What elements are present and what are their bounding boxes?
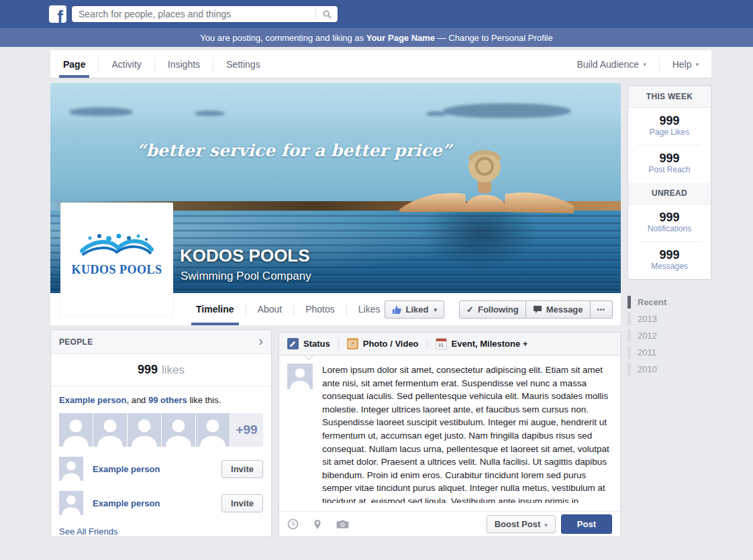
people-title: PEOPLE (59, 337, 93, 347)
thumbs-up-icon (392, 305, 402, 315)
avatar[interactable] (128, 413, 161, 447)
change-to-personal-profile-link[interactable]: Change to Personal Profile (448, 33, 552, 43)
post-reach-link[interactable]: Post Reach (628, 165, 711, 174)
camera-icon[interactable] (336, 519, 349, 529)
voice-prefix: You are posting, commenting and liking a… (200, 33, 366, 43)
following-button[interactable]: ✓ Following (459, 300, 526, 319)
avatar (287, 363, 313, 389)
liked-button[interactable]: Liked ▾ (385, 300, 445, 319)
avatar[interactable] (196, 413, 230, 447)
build-audience-menu[interactable]: Build Audience▾ (564, 50, 659, 78)
facebook-logo-icon[interactable]: f (49, 5, 66, 23)
timeline-year-nav: Recent 2013 2012 2011 2010 (628, 294, 711, 378)
admin-tab-settings[interactable]: Settings (213, 50, 273, 78)
friend-name-link[interactable]: Example person (93, 498, 160, 508)
more-likers-tile[interactable]: +99 (230, 413, 263, 447)
this-week-header: THIS WEEK (628, 86, 711, 108)
admin-tab-page[interactable]: Page (50, 50, 98, 78)
page-likes-link[interactable]: Page Likes (628, 127, 711, 137)
tab-photos[interactable]: Photos (294, 293, 346, 325)
liker-avatars: +99 (59, 413, 263, 447)
page-likes-value: 999 (628, 114, 711, 127)
check-icon: ✓ (466, 304, 474, 315)
location-icon[interactable] (313, 519, 321, 530)
avatar[interactable] (59, 491, 83, 515)
avatar[interactable] (162, 413, 195, 447)
liked-by-line: Example person, and 99 others like this. (59, 394, 263, 406)
status-tab[interactable]: Status (287, 338, 330, 349)
year-2010[interactable]: 2010 (628, 361, 711, 378)
message-icon (533, 305, 542, 314)
ellipsis-icon: ••• (597, 306, 605, 313)
message-button[interactable]: Message (526, 300, 591, 319)
post-reach-stat: 999 Post Reach (628, 146, 711, 182)
friend-name-link[interactable]: Example person (93, 464, 160, 474)
island-silhouette (195, 111, 225, 116)
year-recent[interactable]: Recent (628, 294, 711, 311)
year-2013[interactable]: 2013 (628, 311, 711, 327)
see-all-friends-link[interactable]: See All Friends (59, 526, 263, 537)
kudos-pools-logo: KUDOS POOLS (70, 233, 164, 277)
island-silhouette (443, 103, 570, 118)
weekly-stats-panel: THIS WEEK 999 Page Likes 999 Post Reach … (628, 85, 711, 280)
notifications-value: 999 (628, 211, 711, 224)
more-actions-button[interactable]: ••• (591, 300, 613, 319)
search-icon[interactable] (316, 10, 338, 19)
swimmer-reflection (423, 212, 537, 269)
voice-switch-bar: You are posting, commenting and liking a… (0, 28, 753, 47)
search-input[interactable] (72, 9, 315, 19)
chevron-right-icon[interactable]: › (258, 334, 263, 347)
page-cover-card: “better service for a better price” (50, 83, 621, 325)
help-menu[interactable]: Help▾ (660, 50, 711, 78)
notifications-link[interactable]: Notifications (628, 224, 711, 233)
liked-by-person-link[interactable]: Example person (59, 395, 126, 405)
year-2011[interactable]: 2011 (628, 344, 711, 361)
likes-count: 999 (138, 363, 158, 377)
logo-wave-icon (77, 233, 157, 258)
invite-button[interactable]: Invite (221, 494, 263, 512)
page-action-buttons: Liked ▾ ✓ Following Message ••• (385, 300, 613, 319)
profile-picture[interactable]: KUDOS POOLS (60, 203, 173, 315)
messages-value: 999 (628, 248, 711, 262)
clock-icon[interactable] (287, 518, 299, 530)
photo-video-tab[interactable]: Photo / Video (347, 338, 419, 349)
likes-count-row: 999 likes (51, 354, 271, 386)
post-reach-value: 999 (628, 152, 711, 165)
page-likes-stat: 999 Page Likes (628, 108, 711, 145)
calendar-icon: 31 (436, 338, 447, 349)
messages-stat: 999 Messages (628, 242, 711, 279)
island-silhouette (69, 107, 133, 116)
admin-tab-activity[interactable]: Activity (99, 50, 154, 78)
post-button[interactable]: Post (561, 514, 612, 534)
logo-text: KUDOS POOLS (70, 263, 164, 277)
caret-down-icon: ▾ (643, 61, 646, 68)
liked-by-others-link[interactable]: 99 others (148, 395, 187, 405)
tab-timeline[interactable]: Timeline (185, 293, 246, 325)
friend-row: Example person Invite (59, 491, 263, 515)
voice-page-name: Your Page Name (366, 33, 435, 43)
swimmer-figure (399, 137, 574, 217)
avatar[interactable] (59, 413, 93, 447)
photo-icon (347, 338, 358, 349)
avatar[interactable] (93, 413, 127, 447)
admin-tab-insights[interactable]: Insights (155, 50, 213, 78)
year-2012[interactable]: 2012 (628, 327, 711, 344)
voice-dash: — (435, 33, 448, 43)
caret-down-icon: ▾ (544, 522, 548, 528)
unread-header: UNREAD (628, 182, 711, 205)
invite-button[interactable]: Invite (221, 460, 263, 478)
pencil-icon (287, 338, 299, 349)
composer-footer: Boost Post▾ Post (279, 511, 620, 537)
avatar[interactable] (59, 457, 83, 481)
boost-post-button[interactable]: Boost Post▾ (487, 515, 556, 533)
notifications-stat: 999 Notifications (628, 205, 711, 241)
messages-link[interactable]: Messages (628, 262, 711, 271)
composer-body: Lorem ipsum dolor sit amet, consectetur … (279, 355, 620, 511)
tab-about[interactable]: About (246, 293, 294, 325)
composer-tabs: Status Photo / Video 31 Event, Milestone… (279, 333, 620, 355)
event-milestone-tab[interactable]: 31 Event, Milestone + (436, 338, 528, 349)
global-search[interactable] (71, 5, 338, 23)
post-composer: Status Photo / Video 31 Event, Milestone… (279, 332, 621, 537)
likes-word: likes (162, 363, 185, 377)
status-textbox[interactable]: Lorem ipsum dolor sit amet, consectetur … (322, 363, 612, 503)
